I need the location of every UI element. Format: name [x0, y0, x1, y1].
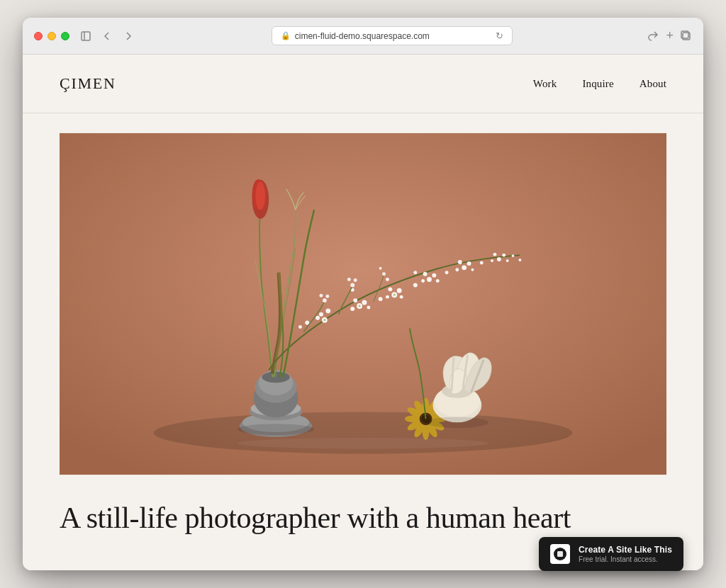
svg-point-90 [238, 438, 488, 449]
hero-text-line1: A still-life photographer with a human h… [60, 500, 666, 536]
sq-badge-title: Create A Site Like This [579, 545, 672, 555]
svg-point-38 [467, 261, 471, 266]
svg-point-48 [379, 297, 383, 301]
svg-point-37 [458, 260, 462, 264]
svg-point-47 [298, 325, 302, 329]
svg-point-30 [400, 295, 403, 299]
svg-point-89 [238, 424, 314, 435]
hero-image [60, 130, 666, 477]
svg-point-42 [493, 253, 496, 256]
svg-point-51 [480, 261, 484, 264]
sq-badge-subtitle: Free trial. Instant access. [579, 555, 672, 563]
hero-text-ellipsis: rt [553, 502, 571, 534]
svg-point-59 [393, 294, 396, 296]
sq-text: Create A Site Like This Free trial. Inst… [579, 545, 672, 563]
new-tab-button[interactable]: + [666, 28, 674, 43]
address-input-wrapper[interactable]: 🔒 cimen-fluid-demo.squarespace.com ↻ [272, 26, 513, 45]
traffic-light-yellow[interactable] [48, 32, 56, 40]
svg-point-56 [413, 271, 417, 274]
svg-point-22 [353, 298, 357, 303]
hero-image-svg [60, 130, 666, 477]
address-bar: 🔒 cimen-fluid-demo.squarespace.com ↻ [145, 26, 639, 45]
brand-logo[interactable]: ÇIMEN [60, 74, 116, 93]
back-button[interactable] [99, 30, 115, 43]
svg-point-32 [423, 272, 428, 276]
squarespace-badge[interactable]: Create A Site Like This Free trial. Inst… [539, 537, 683, 571]
browser-chrome: 🔒 cimen-fluid-demo.squarespace.com ↻ + [23, 18, 703, 55]
traffic-lights [34, 32, 69, 40]
share-button[interactable] [647, 30, 659, 42]
sidebar-toggle-button[interactable] [78, 30, 94, 43]
browser-actions: + [647, 28, 692, 43]
traffic-light-red[interactable] [34, 32, 43, 40]
svg-point-23 [362, 300, 367, 305]
hero-section [23, 113, 703, 477]
svg-point-52 [512, 254, 515, 257]
svg-point-16 [255, 182, 265, 210]
svg-point-35 [436, 279, 440, 283]
nav-links: Work Inquire About [533, 78, 666, 90]
tabs-button[interactable] [681, 30, 692, 42]
svg-point-36 [462, 265, 467, 270]
hero-text-span1: A still-life photographer with a human h… [60, 502, 553, 534]
svg-point-29 [386, 295, 389, 299]
browser-window: 🔒 cimen-fluid-demo.squarespace.com ↻ + [23, 18, 703, 570]
svg-point-63 [350, 283, 354, 287]
lock-icon: 🔒 [281, 31, 291, 40]
svg-point-40 [471, 268, 474, 271]
svg-point-24 [350, 307, 354, 311]
svg-point-45 [506, 259, 509, 262]
svg-point-28 [397, 288, 402, 293]
svg-point-67 [379, 267, 382, 270]
svg-point-27 [388, 287, 392, 291]
nav-link-about[interactable]: About [640, 78, 666, 90]
svg-point-31 [427, 277, 432, 282]
svg-rect-0 [82, 32, 90, 40]
svg-point-44 [491, 259, 493, 262]
traffic-light-green[interactable] [61, 32, 69, 40]
svg-point-43 [502, 254, 506, 257]
browser-controls [78, 30, 136, 43]
squarespace-logo [550, 544, 570, 564]
svg-point-58 [359, 305, 361, 307]
svg-point-41 [497, 257, 501, 261]
svg-point-57 [323, 319, 325, 321]
reload-icon: ↻ [496, 30, 503, 41]
forward-button[interactable] [121, 30, 136, 43]
svg-point-19 [325, 308, 330, 313]
svg-point-18 [319, 312, 323, 317]
svg-point-33 [432, 273, 436, 278]
svg-point-62 [325, 295, 329, 298]
svg-point-60 [323, 298, 327, 303]
svg-point-50 [445, 271, 449, 274]
sq-logo-svg [553, 547, 567, 561]
navigation: ÇIMEN Work Inquire About [23, 55, 703, 113]
nav-link-inquire[interactable]: Inquire [582, 78, 613, 90]
svg-point-66 [382, 272, 386, 276]
svg-point-25 [367, 305, 370, 309]
svg-point-55 [386, 278, 389, 281]
svg-point-61 [320, 294, 323, 298]
nav-link-work[interactable]: Work [533, 78, 557, 90]
svg-point-39 [455, 268, 459, 271]
svg-point-34 [421, 279, 425, 283]
svg-point-53 [518, 259, 521, 261]
svg-point-88 [426, 417, 489, 428]
svg-point-20 [315, 316, 320, 320]
svg-point-49 [413, 283, 418, 287]
url-text: cimen-fluid-demo.squarespace.com [295, 31, 430, 41]
svg-point-65 [354, 278, 357, 282]
svg-point-64 [347, 278, 351, 281]
website-content: ÇIMEN Work Inquire About [23, 55, 703, 570]
